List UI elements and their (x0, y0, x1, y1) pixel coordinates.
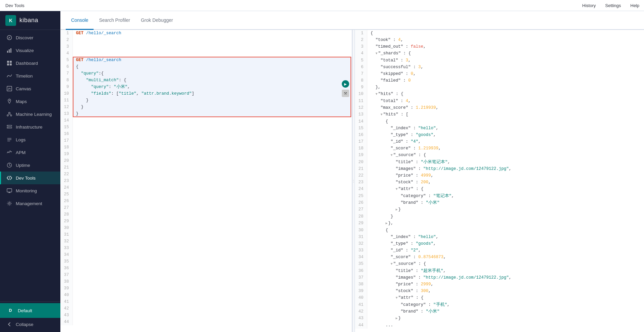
output-line: 33 "_id" : "2", (355, 247, 644, 254)
topbar: Dev Tools History Settings Help (0, 0, 644, 11)
input-line: 6{ (60, 63, 352, 70)
svg-point-9 (9, 100, 10, 101)
sidebar-item-collapse[interactable]: Collapse (0, 318, 60, 331)
management-icon (6, 200, 12, 206)
input-line: 29 (60, 218, 352, 225)
input-line: 13} (60, 110, 352, 117)
output-line: 21 "images" : "http://image.jd.com/12479… (355, 165, 644, 172)
output-line: 44 ... (355, 322, 644, 329)
sidebar-item-monitoring[interactable]: Monitoring (0, 184, 60, 197)
tab-console[interactable]: Console (66, 11, 94, 30)
sidebar-item-machine-learning[interactable]: Machine Learning (0, 108, 60, 121)
sidebar-item-visualize[interactable]: Visualize (0, 44, 60, 57)
sidebar-item-visualize-label: Visualize (16, 48, 34, 53)
right-pane: 1{2 "took" : 4,3 "timed_out" : false,4 "… (355, 30, 644, 332)
tabs-bar: Console Search Profiler Grok Debugger (60, 11, 644, 30)
output-line: 42 "brand" : "小米" (355, 308, 644, 315)
output-line: 2 "took" : 4, (355, 37, 644, 43)
input-line: 19 (60, 151, 352, 157)
input-line: 34 (60, 251, 352, 258)
svg-line-23 (9, 176, 10, 180)
sidebar-item-management[interactable]: Management (0, 197, 60, 210)
input-line: 16 (60, 131, 352, 137)
svg-line-14 (9, 114, 11, 115)
output-line: 18 "_score" : 1.219939, (355, 145, 644, 152)
input-line: 5GET /hello/_search (60, 57, 352, 63)
default-badge: D (6, 306, 14, 315)
wrench-button[interactable]: ⚒ (342, 90, 349, 97)
sidebar-item-apm-label: APM (16, 150, 25, 155)
input-line: 14 (60, 117, 352, 124)
input-line: 11 } (60, 97, 352, 104)
pane-resize-divider[interactable]: ⋮ (352, 30, 355, 332)
sidebar-item-canvas[interactable]: Canvas (0, 82, 60, 95)
dev-tools-icon (6, 175, 12, 181)
output-line: 40 "attr" : { (355, 294, 644, 301)
settings-link[interactable]: Settings (600, 0, 626, 11)
sidebar-item-apm[interactable]: APM (0, 146, 60, 159)
output-line: 36 "title" : "超米手机", (355, 268, 644, 274)
output-line: 43 } (355, 315, 644, 322)
output-editor[interactable]: 1{2 "took" : 4,3 "timed_out" : false,4 "… (355, 30, 644, 332)
input-line: 21 (60, 164, 352, 171)
ml-icon (6, 111, 12, 117)
output-line: 9 }, (355, 84, 644, 91)
svg-rect-3 (10, 48, 11, 53)
input-line: 23 (60, 178, 352, 184)
input-line: 25 (60, 191, 352, 198)
input-line: 39 (60, 285, 352, 292)
input-line: 33 (60, 245, 352, 251)
svg-rect-2 (9, 49, 10, 53)
input-line: 40 (60, 292, 352, 298)
input-line: 28 (60, 211, 352, 218)
sidebar-item-default[interactable]: D Default (0, 303, 60, 318)
sidebar-logo[interactable]: K kibana (0, 11, 60, 30)
sidebar-item-management-label: Management (16, 201, 42, 206)
output-line: 6 "successful" : 3, (355, 64, 644, 70)
input-line: 3 (60, 43, 352, 50)
output-line: 31 "_index" : "hello", (355, 234, 644, 240)
sidebar-item-uptime[interactable]: Uptime (0, 159, 60, 172)
svg-line-13 (8, 114, 9, 115)
play-button-area: ▶ ⚒ (342, 80, 349, 97)
content-area: Console Search Profiler Grok Debugger 1G… (60, 11, 644, 332)
sidebar-bottom: D Default Collapse (0, 301, 60, 332)
output-line: 38 "price" : 2999, (355, 281, 644, 288)
input-editor[interactable]: 1GET /hello/_search2 3 4 5GET /hello/_se… (60, 30, 352, 332)
sidebar-nav: Discover Visualize Dashboard Timelion (0, 30, 60, 301)
output-line: 12 "max_score" : 1.219939, (355, 104, 644, 111)
sidebar-item-infrastructure-label: Infrastructure (16, 125, 43, 130)
run-query-button[interactable]: ▶ (342, 80, 349, 88)
output-line: 20 "title" : "小米笔记本", (355, 159, 644, 165)
sidebar-item-dev-tools[interactable]: Dev Tools (0, 172, 60, 184)
kibana-logo-text: kibana (19, 17, 38, 24)
help-link[interactable]: Help (626, 0, 644, 11)
svg-rect-7 (10, 63, 12, 65)
sidebar-item-discover[interactable]: Discover (0, 31, 60, 44)
output-line: 35 "_source" : { (355, 260, 644, 268)
output-line: 41 "category" : "手机", (355, 301, 644, 308)
input-line: 43 (60, 312, 352, 319)
sidebar-item-maps-label: Maps (16, 99, 27, 104)
sidebar-item-logs[interactable]: Logs (0, 133, 60, 146)
input-line: 26 (60, 198, 352, 204)
sidebar-item-infrastructure[interactable]: Infrastructure (0, 121, 60, 133)
input-line: 2 (60, 37, 352, 43)
input-line: 27 (60, 204, 352, 211)
monitoring-icon (6, 188, 12, 194)
sidebar-item-maps[interactable]: Maps (0, 95, 60, 108)
svg-point-18 (8, 128, 8, 128)
canvas-icon (6, 86, 12, 92)
input-line: 4 (60, 50, 352, 57)
output-line: 7 "skipped" : 0, (355, 70, 644, 77)
tab-search-profiler[interactable]: Search Profiler (94, 11, 136, 30)
sidebar-item-timelion[interactable]: Timelion (0, 69, 60, 82)
input-line: 36 (60, 265, 352, 272)
sidebar-item-dashboard[interactable]: Dashboard (0, 57, 60, 69)
output-line: 24 "attr" : { (355, 186, 644, 193)
output-line: 26 "brand" : "小米" (355, 199, 644, 206)
input-line: 9 "query": "小米", (60, 84, 352, 90)
tab-grok-debugger[interactable]: Grok Debugger (136, 11, 178, 30)
history-link[interactable]: History (578, 0, 600, 11)
input-line: 22 (60, 171, 352, 178)
